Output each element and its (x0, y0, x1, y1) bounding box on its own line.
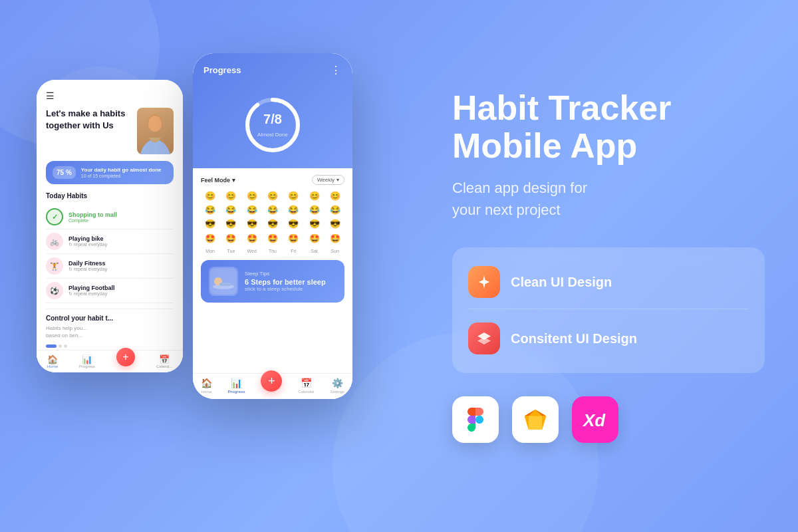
pb-nav-home-label: Home (47, 364, 58, 368)
main-layout: ☰ Let's make a habits together with Us (0, 0, 798, 532)
emoji-cell: 😎 (243, 218, 261, 230)
consistent-ui-icon-wrap (468, 323, 500, 354)
emoji-cell: 😂 (221, 204, 240, 216)
pb-nav-plus-button[interactable]: + (116, 348, 135, 366)
day-label-sun: Sun (326, 249, 344, 253)
day-label-fri: Fri (284, 249, 303, 253)
calendar-icon: 📅 (159, 354, 170, 364)
sleep-card-info: Sleep Tips 6 Steps for better sleep stic… (245, 271, 326, 292)
habit-item-shopping[interactable]: Shopping to mall Complete (46, 205, 174, 229)
svg-marker-15 (529, 416, 542, 430)
habit-repeat-football: ↻ repeat everyday (68, 291, 174, 297)
today-habits-title: Today Habits (46, 192, 174, 200)
daily-subtitle: 10 of 15 completed (81, 174, 162, 178)
pf-progress-icon: 📊 (231, 378, 242, 388)
feature-item-consistent-ui: Consitent UI Design (468, 312, 749, 360)
emoji-cell: 😊 (326, 190, 344, 202)
svg-marker-13 (525, 416, 529, 430)
habit-item-bike[interactable]: 🚲 Playing bike ↻ repeat everyday (46, 229, 174, 254)
habit-info-fitness: Daily Fitness ↻ repeat everyday (68, 260, 174, 272)
habit-name-football: Playing Football (68, 285, 174, 291)
pf-nav-calendar[interactable]: 📅 Calendar (298, 378, 314, 394)
feature-label-clean-ui: Clean UI Design (511, 275, 612, 290)
pb-control-title: Control your habit t... (46, 315, 174, 322)
day-label-wed: Wed (243, 249, 261, 253)
pf-weekly-badge[interactable]: Weekly ▾ (312, 175, 344, 185)
phone-back-inner: ☰ Let's make a habits together with Us (37, 80, 183, 372)
sparkle-icon (476, 274, 492, 290)
pf-nav-settings[interactable]: ⚙️ Settings (330, 378, 344, 394)
habit-name-fitness: Daily Fitness (68, 260, 174, 267)
emoji-cell: 😊 (243, 190, 261, 202)
figma-logo-svg (464, 408, 487, 432)
pf-body: Feel Mode ▾ Weekly ▾ 😊 😊 😊 (193, 168, 352, 373)
pb-nav-progress-label: Progress (79, 364, 95, 368)
pb-nav-home[interactable]: 🏠 Home (47, 354, 58, 368)
habit-info-bike: Playing bike ↻ repeat everyday (68, 235, 174, 247)
features-container: Clean UI Design Consitent UI Design (452, 247, 765, 373)
emoji-cell: 😎 (305, 218, 323, 230)
pf-sleep-card[interactable]: Sleep Tips 6 Steps for better sleep stic… (201, 260, 344, 303)
sketch-logo-svg (523, 408, 547, 432)
emoji-cell: 😂 (201, 204, 219, 216)
sketch-tool-icon[interactable] (512, 396, 559, 443)
emoji-cell: 😎 (221, 218, 240, 230)
pf-nav-progress[interactable]: 📊 Progress (228, 378, 245, 394)
habit-item-fitness[interactable]: 🏋 Daily Fitness ↻ repeat everyday (46, 254, 174, 279)
emoji-cell: 😊 (221, 190, 240, 202)
pf-nav-add-button[interactable]: + (261, 370, 282, 392)
svg-text:Xd: Xd (582, 410, 606, 430)
figma-tool-icon[interactable] (452, 396, 499, 443)
svg-rect-5 (219, 283, 231, 286)
dot-inactive-2 (64, 344, 67, 348)
habit-item-football[interactable]: ⚽ Playing Football ↻ repeat everyday (46, 279, 174, 303)
left-section: ☰ Let's make a habits together with Us (0, 0, 432, 532)
svg-marker-14 (542, 416, 546, 430)
tools-row: Xd (452, 396, 765, 443)
pf-progress-fraction: 7/8 (257, 112, 288, 127)
emoji-cell: 🤩 (243, 233, 261, 245)
pb-nav-calendar-label: Calend... (156, 364, 172, 368)
avatar-svg (137, 111, 174, 154)
day-label-thu: Thu (263, 249, 282, 253)
pf-emoji-grid: 😊 😊 😊 😊 😊 😊 😊 😂 😂 😂 😂 😂 😂 (201, 190, 344, 245)
pf-nav-calendar-label: Calendar (298, 390, 314, 394)
emoji-cell: 🤩 (326, 233, 344, 245)
pf-nav-home[interactable]: 🏠 Home (201, 378, 212, 394)
feature-label-consistent-ui: Consitent UI Design (511, 331, 637, 346)
emoji-cell: 🤩 (305, 233, 323, 245)
habit-icon-check (46, 208, 63, 225)
habit-status: Complete (68, 218, 174, 223)
pf-calendar-icon: 📅 (301, 378, 312, 388)
habit-name: Shopping to mall (68, 211, 174, 218)
pb-nav-progress[interactable]: 📊 Progress (79, 354, 95, 368)
pf-circle-container: 7/8 Almost Done (203, 84, 342, 168)
app-title: Habit Tracker Mobile App (452, 89, 765, 165)
daily-progress-card[interactable]: 75 % Your daily habit go almost done 10 … (46, 161, 174, 184)
adobe-xd-tool-icon[interactable]: Xd (572, 396, 618, 443)
pb-hero: Let's make a habits together with Us (46, 108, 174, 154)
pb-nav-calendar[interactable]: 📅 Calend... (156, 354, 172, 368)
right-section: Habit Tracker Mobile App Clean app desig… (432, 0, 798, 532)
emoji-cell: 😂 (284, 204, 303, 216)
pf-feel-header: Feel Mode ▾ Weekly ▾ (201, 175, 344, 185)
emoji-cell: 🤩 (284, 233, 303, 245)
clean-ui-icon-wrap (468, 266, 500, 298)
pb-hero-title: Let's make a habits together with Us (46, 108, 132, 132)
pf-period-chevron: ▾ (336, 177, 339, 183)
pf-more-options-icon[interactable]: ⋮ (331, 64, 342, 76)
app-subtitle: Clean app design for your next project (452, 177, 765, 221)
pb-avatar (137, 108, 174, 154)
emoji-cell: 😎 (284, 218, 303, 230)
svg-marker-7 (477, 337, 491, 344)
habit-name-bike: Playing bike (68, 235, 174, 242)
sleep-subtitle: stick to a sleep schedule (245, 286, 326, 292)
sleep-category: Sleep Tips (245, 271, 326, 277)
habit-repeat-fitness: ↻ repeat everyday (68, 267, 174, 272)
adobe-xd-logo-svg: Xd (581, 406, 609, 434)
emoji-cell: 😎 (326, 218, 344, 230)
sleep-title: 6 Steps for better sleep (245, 278, 326, 286)
pf-progress-label: Almost Done (257, 132, 288, 138)
pf-progress-circle: 7/8 Almost Done (243, 95, 303, 155)
phone-front: Progress ⋮ 7/8 (193, 53, 352, 399)
